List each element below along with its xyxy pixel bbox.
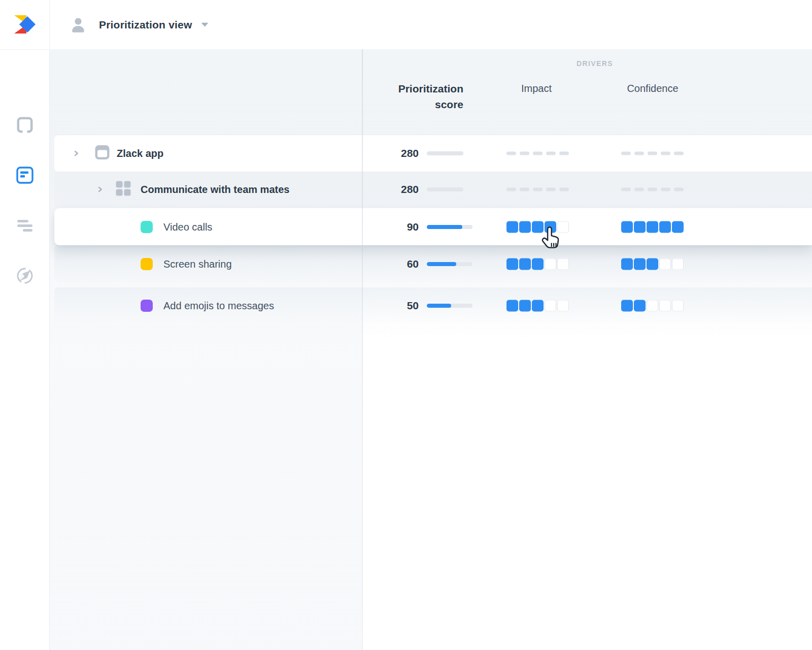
rating-cell-filled[interactable]	[519, 300, 531, 312]
sidebar-item-priorities[interactable]	[15, 216, 35, 237]
rating-cell-filled[interactable]	[634, 300, 646, 312]
row-label: Screen sharing	[163, 258, 232, 270]
compass-icon	[16, 267, 34, 287]
impact-rating[interactable]	[506, 300, 569, 312]
column-header-score: Prioritization score	[377, 81, 463, 112]
impact-rating[interactable]	[506, 221, 569, 233]
table-row[interactable]: Zlack app280	[54, 135, 812, 172]
expand-chevron-icon[interactable]	[96, 186, 104, 193]
logo-glyph	[12, 11, 38, 38]
rating-placeholder-dash	[533, 188, 543, 191]
table-row[interactable]: Screen sharing60	[54, 245, 812, 282]
rating-placeholder-dash	[661, 188, 670, 191]
rating-placeholder-dash	[621, 188, 631, 191]
rating-cell-filled[interactable]	[672, 221, 684, 233]
rating-cell-empty[interactable]	[557, 300, 569, 312]
rating-cell-filled[interactable]	[532, 221, 544, 233]
rating-cell-filled[interactable]	[506, 300, 518, 312]
rating-cell-filled[interactable]	[659, 221, 671, 233]
grid-icon	[116, 181, 131, 198]
sidebar-item-prioritization[interactable]	[15, 166, 35, 186]
rating-placeholder-dash	[634, 152, 644, 155]
rating-cell-filled[interactable]	[532, 300, 544, 312]
rating-placeholder-dash	[520, 152, 529, 155]
rating-cell-filled[interactable]	[519, 221, 531, 233]
rating-cell-empty[interactable]	[647, 300, 658, 312]
rating-placeholder-dash	[559, 188, 569, 191]
rating-placeholder-dash	[506, 152, 516, 155]
browser-window-icon	[94, 145, 110, 162]
rating-cell-empty[interactable]	[672, 300, 684, 312]
rating-cell-empty[interactable]	[659, 258, 671, 270]
rating-cell-empty[interactable]	[545, 258, 556, 270]
prioritization-score-value: 280	[358, 183, 419, 196]
sidebar-item-discovery[interactable]	[15, 267, 35, 287]
rating-cell-empty[interactable]	[557, 221, 569, 233]
confidence-rating-placeholder	[621, 188, 684, 191]
score-bar-fill	[427, 225, 462, 229]
rating-cell-filled[interactable]	[532, 258, 544, 270]
rating-cell-filled[interactable]	[506, 221, 518, 233]
list-view-icon	[16, 167, 33, 186]
row-label: Communicate with team mates	[141, 184, 289, 196]
view-header: Prioritization view	[49, 0, 812, 49]
rating-cell-filled[interactable]	[634, 221, 646, 233]
item-color-swatch	[141, 221, 153, 233]
confidence-rating[interactable]	[621, 221, 684, 233]
prioritization-table: DRIVERS Prioritization score Impact Conf…	[49, 49, 812, 650]
rating-cell-empty[interactable]	[557, 258, 569, 270]
rating-placeholder-dash	[520, 188, 529, 191]
rating-cell-empty[interactable]	[659, 300, 671, 312]
board-icon	[16, 116, 33, 136]
rating-placeholder-dash	[661, 152, 670, 155]
page-title: Prioritization view	[99, 19, 192, 31]
rating-cell-filled[interactable]	[647, 258, 658, 270]
score-bar	[427, 225, 472, 229]
rating-cell-filled[interactable]	[545, 221, 556, 233]
rating-placeholder-dash	[559, 152, 569, 155]
confidence-rating-placeholder	[621, 152, 684, 155]
rating-placeholder-dash	[648, 152, 657, 155]
score-bar	[427, 304, 472, 308]
logo-cell	[0, 0, 49, 50]
score-bar-empty	[427, 187, 463, 191]
impact-rating[interactable]	[506, 258, 569, 270]
score-bar-fill	[427, 304, 451, 308]
rating-placeholder-dash	[533, 152, 543, 155]
column-divider	[362, 49, 363, 650]
prioritization-score-value: 280	[358, 147, 419, 159]
rating-cell-empty[interactable]	[545, 300, 556, 312]
confidence-rating[interactable]	[621, 300, 684, 312]
table-row[interactable]: Add emojis to messages50	[54, 287, 812, 324]
expand-chevron-icon[interactable]	[73, 150, 80, 157]
table-row[interactable]: Video calls90	[54, 208, 812, 245]
sidebar	[0, 0, 50, 650]
sidebar-item-board[interactable]	[15, 116, 35, 136]
item-color-swatch	[141, 300, 153, 312]
rating-cell-filled[interactable]	[621, 221, 633, 233]
confidence-rating[interactable]	[621, 258, 684, 270]
priority-lines-icon	[16, 217, 33, 236]
rating-placeholder-dash	[546, 188, 556, 191]
column-header-impact: Impact	[521, 81, 552, 96]
chevron-down-icon[interactable]	[201, 22, 209, 27]
rating-cell-empty[interactable]	[672, 258, 684, 270]
score-bar	[427, 262, 472, 266]
rating-placeholder-dash	[546, 152, 556, 155]
table-row[interactable]: Communicate with team mates280	[54, 171, 812, 208]
prioritization-score-value: 50	[358, 300, 419, 312]
rating-cell-filled[interactable]	[634, 258, 646, 270]
rating-cell-filled[interactable]	[506, 258, 518, 270]
rating-cell-filled[interactable]	[621, 258, 633, 270]
prioritization-score-value: 60	[358, 258, 419, 270]
rating-placeholder-dash	[648, 188, 657, 191]
column-header-confidence: Confidence	[627, 81, 678, 96]
item-color-swatch	[141, 258, 153, 270]
rating-cell-filled[interactable]	[519, 258, 531, 270]
row-label: Add emojis to messages	[163, 300, 274, 312]
impact-rating-placeholder	[506, 188, 569, 191]
rating-cell-filled[interactable]	[647, 221, 658, 233]
rating-cell-filled[interactable]	[621, 300, 633, 312]
app-logo-icon[interactable]	[12, 11, 38, 38]
rating-placeholder-dash	[634, 188, 644, 191]
